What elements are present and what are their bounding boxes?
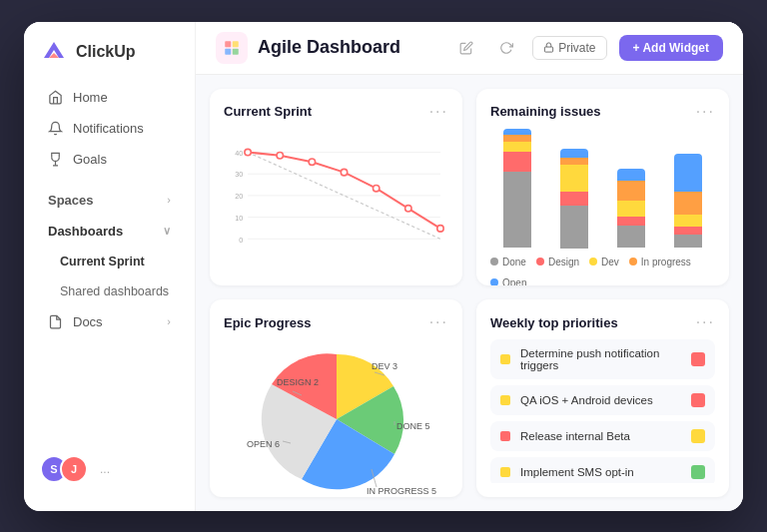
- legend-dot-open: [490, 278, 498, 285]
- priority-dot-3: [500, 431, 510, 441]
- widget-current-sprint: Current Sprint ··· 40 30 20: [210, 89, 462, 286]
- legend-done: Done: [490, 257, 526, 267]
- bar-group-3: [609, 129, 654, 249]
- svg-rect-5: [225, 48, 231, 54]
- widget-title-priorities: Weekly top priorities: [490, 315, 618, 330]
- legend-dot-in-progress: [629, 258, 637, 266]
- svg-text:10: 10: [235, 213, 243, 222]
- pie-chart: DEV 3 DONE 5 IN PROGRESS 5 OPEN 6 DESIGN…: [227, 339, 446, 497]
- widget-weekly-priorities: Weekly top priorities ··· Determine push…: [476, 299, 729, 497]
- svg-point-20: [277, 152, 283, 158]
- sidebar-item-goals[interactable]: Goals: [32, 145, 187, 174]
- dashboard-icon-box: [216, 32, 248, 64]
- bell-icon: [48, 121, 63, 136]
- svg-point-22: [341, 169, 347, 175]
- widget-title-epic: Epic Progress: [224, 315, 311, 330]
- priority-dot-2: [500, 395, 510, 405]
- svg-rect-3: [225, 41, 231, 47]
- svg-rect-6: [233, 48, 239, 54]
- topbar-actions: Private + Add Widget: [452, 34, 723, 62]
- widget-remaining-issues: Remaining issues ···: [476, 89, 729, 286]
- clickup-logo-icon: [40, 38, 68, 66]
- avatar-j: J: [60, 455, 88, 483]
- priority-text-3: Release internal Beta: [520, 430, 681, 442]
- widget-header-issues: Remaining issues ···: [490, 103, 715, 121]
- trophy-icon: [48, 152, 63, 167]
- widget-header-sprint: Current Sprint ···: [224, 103, 448, 121]
- bar-group-4: [666, 129, 711, 249]
- logo-area: ClickUp: [24, 38, 195, 82]
- svg-rect-7: [545, 47, 553, 52]
- lock-icon: [543, 42, 554, 53]
- add-widget-button[interactable]: + Add Widget: [619, 35, 723, 61]
- priority-dot-1: [500, 354, 510, 364]
- sidebar-item-current-sprint[interactable]: Current Sprint: [32, 248, 187, 275]
- sidebar: ClickUp Home Notifications Goals Spaces …: [24, 22, 196, 511]
- sidebar-item-shared-dashboards[interactable]: Shared dashboards: [32, 277, 187, 305]
- app-container: ClickUp Home Notifications Goals Spaces …: [24, 22, 743, 511]
- bar-stack-4: [674, 154, 702, 249]
- svg-text:DESIGN 2: DESIGN 2: [277, 377, 319, 387]
- dashboard-grid: Current Sprint ··· 40 30 20: [196, 75, 743, 511]
- topbar: Agile Dashboard Private + Add Widget: [196, 22, 743, 75]
- legend-open: Open: [490, 277, 526, 286]
- chevron-down-icon: ∨: [163, 225, 171, 238]
- svg-text:DONE 5: DONE 5: [396, 421, 430, 431]
- refresh-icon: [499, 41, 513, 55]
- svg-point-24: [405, 205, 411, 211]
- sidebar-item-docs[interactable]: Docs ›: [32, 307, 187, 336]
- legend-dot-done: [490, 258, 498, 266]
- bar-stack-2: [560, 149, 588, 249]
- issues-menu-button[interactable]: ···: [696, 103, 715, 121]
- priority-item-2: QA iOS + Android devices: [490, 385, 715, 415]
- priority-item-1: Determine push notification triggers: [490, 339, 715, 379]
- sync-button[interactable]: [492, 34, 520, 62]
- svg-rect-4: [233, 41, 239, 47]
- private-badge[interactable]: Private: [532, 36, 606, 60]
- avatar-overflow: ...: [100, 462, 110, 476]
- epic-menu-button[interactable]: ···: [429, 313, 448, 331]
- widget-header-priorities: Weekly top priorities ···: [490, 313, 715, 331]
- page-title: Agile Dashboard: [258, 37, 400, 58]
- sidebar-footer: S J ...: [24, 443, 195, 495]
- svg-point-21: [309, 158, 315, 164]
- priority-item-4: Implement SMS opt-in: [490, 457, 715, 483]
- bar-stack-3: [617, 169, 645, 249]
- home-icon: [48, 90, 63, 105]
- avatar-group: S J: [40, 455, 88, 483]
- priorities-menu-button[interactable]: ···: [696, 313, 715, 331]
- chevron-right-docs-icon: ›: [167, 315, 171, 327]
- priorities-list: Determine push notification triggers QA …: [490, 339, 715, 483]
- widget-title-issues: Remaining issues: [490, 104, 601, 119]
- sidebar-item-spaces[interactable]: Spaces ›: [32, 186, 187, 215]
- bar-legend: Done Design Dev In progress: [490, 257, 715, 286]
- edit-button[interactable]: [452, 34, 480, 62]
- priority-item-3: Release internal Beta: [490, 421, 715, 451]
- svg-text:30: 30: [235, 170, 243, 179]
- priority-text-1: Determine push notification triggers: [520, 347, 681, 371]
- widget-header-epic: Epic Progress ···: [224, 313, 448, 331]
- main-content: Agile Dashboard Private + Add Widget: [196, 22, 743, 511]
- svg-text:20: 20: [235, 192, 243, 201]
- priority-text-4: Implement SMS opt-in: [520, 466, 681, 478]
- bar-group-1: [494, 129, 539, 249]
- legend-in-progress: In progress: [629, 257, 691, 267]
- priority-flag-1: [691, 352, 705, 366]
- priority-dot-4: [500, 467, 510, 477]
- svg-point-25: [437, 225, 443, 231]
- sprint-menu-button[interactable]: ···: [429, 103, 448, 121]
- svg-point-23: [373, 185, 379, 191]
- chevron-right-icon: ›: [167, 194, 171, 206]
- legend-dev: Dev: [589, 257, 619, 267]
- sprint-line-chart: 40 30 20 10 0: [224, 129, 448, 272]
- pie-chart-area: DEV 3 DONE 5 IN PROGRESS 5 OPEN 6 DESIGN…: [224, 339, 448, 497]
- sidebar-item-home[interactable]: Home: [32, 83, 187, 112]
- docs-icon: [48, 314, 63, 329]
- bar-groups: [490, 129, 715, 249]
- sidebar-item-notifications[interactable]: Notifications: [32, 114, 187, 143]
- bar-group-2: [551, 129, 596, 249]
- svg-text:40: 40: [235, 148, 243, 157]
- sidebar-item-dashboards[interactable]: Dashboards ∨: [32, 217, 187, 246]
- priority-flag-2: [691, 393, 705, 407]
- svg-text:DEV 3: DEV 3: [372, 361, 397, 371]
